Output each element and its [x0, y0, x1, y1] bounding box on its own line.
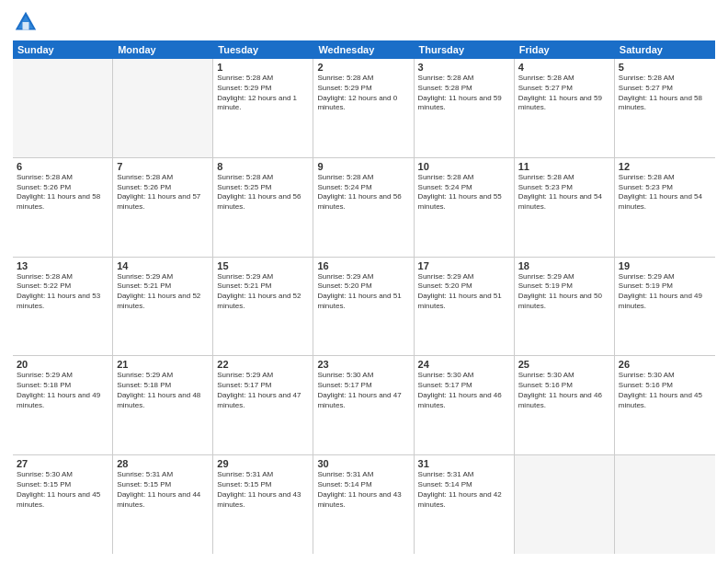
cell-info: Sunrise: 5:29 AMSunset: 5:20 PMDaylight:… [418, 272, 510, 312]
empty-cell [13, 59, 113, 157]
day-cell-21: 21Sunrise: 5:29 AMSunset: 5:18 PMDayligh… [113, 356, 213, 454]
cell-info: Sunrise: 5:31 AMSunset: 5:14 PMDaylight:… [418, 470, 510, 510]
day-cell-24: 24Sunrise: 5:30 AMSunset: 5:17 PMDayligh… [415, 356, 515, 454]
day-number: 23 [317, 359, 409, 370]
cell-info: Sunrise: 5:29 AMSunset: 5:19 PMDaylight:… [619, 272, 711, 312]
day-number: 2 [317, 62, 409, 73]
day-number: 30 [317, 458, 409, 469]
cell-info: Sunrise: 5:30 AMSunset: 5:17 PMDaylight:… [317, 371, 409, 410]
day-cell-11: 11Sunrise: 5:28 AMSunset: 5:23 PMDayligh… [515, 158, 615, 257]
day-number: 13 [17, 260, 108, 271]
day-header-wednesday: Wednesday [313, 40, 414, 59]
day-header-thursday: Thursday [415, 40, 515, 59]
day-cell-20: 20Sunrise: 5:29 AMSunset: 5:18 PMDayligh… [13, 356, 113, 454]
cell-info: Sunrise: 5:30 AMSunset: 5:16 PMDaylight:… [619, 371, 711, 410]
cell-info: Sunrise: 5:28 AMSunset: 5:27 PMDaylight:… [518, 74, 610, 113]
day-header-friday: Friday [515, 40, 615, 59]
day-cell-7: 7Sunrise: 5:28 AMSunset: 5:26 PMDaylight… [113, 158, 213, 257]
cell-info: Sunrise: 5:29 AMSunset: 5:21 PMDaylight:… [217, 272, 309, 312]
day-number: 5 [619, 62, 711, 73]
day-number: 22 [217, 359, 309, 370]
logo-icon [13, 9, 39, 35]
day-cell-15: 15Sunrise: 5:29 AMSunset: 5:21 PMDayligh… [213, 258, 313, 356]
day-cell-13: 13Sunrise: 5:28 AMSunset: 5:22 PMDayligh… [13, 258, 113, 356]
day-number: 10 [418, 161, 510, 172]
day-cell-16: 16Sunrise: 5:29 AMSunset: 5:20 PMDayligh… [313, 258, 414, 356]
cell-info: Sunrise: 5:28 AMSunset: 5:28 PMDaylight:… [418, 74, 510, 113]
cell-info: Sunrise: 5:28 AMSunset: 5:26 PMDaylight:… [117, 173, 209, 213]
cell-info: Sunrise: 5:28 AMSunset: 5:29 PMDaylight:… [217, 74, 309, 113]
page: SundayMondayTuesdayWednesdayThursdayFrid… [0, 0, 728, 563]
day-number: 27 [17, 458, 108, 469]
day-cell-31: 31Sunrise: 5:31 AMSunset: 5:14 PMDayligh… [415, 455, 515, 554]
day-cell-5: 5Sunrise: 5:28 AMSunset: 5:27 PMDaylight… [615, 59, 715, 157]
day-cell-6: 6Sunrise: 5:28 AMSunset: 5:26 PMDaylight… [13, 158, 113, 257]
day-cell-18: 18Sunrise: 5:29 AMSunset: 5:19 PMDayligh… [515, 258, 615, 356]
cell-info: Sunrise: 5:31 AMSunset: 5:14 PMDaylight:… [317, 470, 409, 510]
day-cell-12: 12Sunrise: 5:28 AMSunset: 5:23 PMDayligh… [615, 158, 715, 257]
day-number: 3 [418, 62, 510, 73]
day-header-tuesday: Tuesday [213, 40, 313, 59]
day-number: 1 [217, 62, 309, 73]
logo [13, 9, 42, 35]
day-cell-22: 22Sunrise: 5:29 AMSunset: 5:17 PMDayligh… [213, 356, 313, 454]
empty-cell [113, 59, 213, 157]
day-number: 29 [217, 458, 309, 469]
day-cell-14: 14Sunrise: 5:29 AMSunset: 5:21 PMDayligh… [113, 258, 213, 356]
day-cell-30: 30Sunrise: 5:31 AMSunset: 5:14 PMDayligh… [313, 455, 414, 554]
week-row-4: 20Sunrise: 5:29 AMSunset: 5:18 PMDayligh… [13, 356, 715, 455]
cell-info: Sunrise: 5:29 AMSunset: 5:21 PMDaylight:… [117, 272, 209, 312]
cell-info: Sunrise: 5:29 AMSunset: 5:18 PMDaylight:… [17, 371, 108, 410]
week-row-1: 1Sunrise: 5:28 AMSunset: 5:29 PMDaylight… [13, 59, 715, 158]
day-cell-3: 3Sunrise: 5:28 AMSunset: 5:28 PMDaylight… [415, 59, 515, 157]
day-number: 14 [117, 260, 209, 271]
cell-info: Sunrise: 5:28 AMSunset: 5:29 PMDaylight:… [317, 74, 409, 113]
day-number: 25 [518, 359, 610, 370]
day-number: 15 [217, 260, 309, 271]
day-number: 26 [619, 359, 711, 370]
day-number: 9 [317, 161, 409, 172]
day-header-sunday: Sunday [13, 40, 113, 59]
day-cell-4: 4Sunrise: 5:28 AMSunset: 5:27 PMDaylight… [515, 59, 615, 157]
day-cell-29: 29Sunrise: 5:31 AMSunset: 5:15 PMDayligh… [213, 455, 313, 554]
calendar-body: 1Sunrise: 5:28 AMSunset: 5:29 PMDaylight… [13, 59, 715, 554]
day-number: 18 [518, 260, 610, 271]
day-cell-27: 27Sunrise: 5:30 AMSunset: 5:15 PMDayligh… [13, 455, 113, 554]
calendar: SundayMondayTuesdayWednesdayThursdayFrid… [13, 40, 715, 554]
day-number: 17 [418, 260, 510, 271]
day-header-saturday: Saturday [615, 40, 715, 59]
empty-cell [615, 455, 715, 554]
day-number: 7 [117, 161, 209, 172]
day-cell-25: 25Sunrise: 5:30 AMSunset: 5:16 PMDayligh… [515, 356, 615, 454]
day-cell-28: 28Sunrise: 5:31 AMSunset: 5:15 PMDayligh… [113, 455, 213, 554]
day-number: 8 [217, 161, 309, 172]
cell-info: Sunrise: 5:28 AMSunset: 5:27 PMDaylight:… [619, 74, 711, 113]
day-cell-26: 26Sunrise: 5:30 AMSunset: 5:16 PMDayligh… [615, 356, 715, 454]
cell-info: Sunrise: 5:29 AMSunset: 5:18 PMDaylight:… [117, 371, 209, 410]
day-number: 16 [317, 260, 409, 271]
cell-info: Sunrise: 5:28 AMSunset: 5:24 PMDaylight:… [317, 173, 409, 213]
day-header-monday: Monday [113, 40, 213, 59]
day-number: 6 [17, 161, 108, 172]
svg-rect-2 [23, 22, 29, 29]
cell-info: Sunrise: 5:30 AMSunset: 5:16 PMDaylight:… [518, 371, 610, 410]
cell-info: Sunrise: 5:28 AMSunset: 5:25 PMDaylight:… [217, 173, 309, 213]
day-number: 31 [418, 458, 510, 469]
header [13, 9, 715, 35]
day-cell-17: 17Sunrise: 5:29 AMSunset: 5:20 PMDayligh… [415, 258, 515, 356]
cell-info: Sunrise: 5:28 AMSunset: 5:23 PMDaylight:… [619, 173, 711, 213]
cell-info: Sunrise: 5:28 AMSunset: 5:22 PMDaylight:… [17, 272, 108, 312]
cell-info: Sunrise: 5:31 AMSunset: 5:15 PMDaylight:… [117, 470, 209, 510]
cell-info: Sunrise: 5:31 AMSunset: 5:15 PMDaylight:… [217, 470, 309, 510]
cell-info: Sunrise: 5:28 AMSunset: 5:23 PMDaylight:… [518, 173, 610, 213]
day-cell-10: 10Sunrise: 5:28 AMSunset: 5:24 PMDayligh… [415, 158, 515, 257]
week-row-2: 6Sunrise: 5:28 AMSunset: 5:26 PMDaylight… [13, 158, 715, 258]
cell-info: Sunrise: 5:29 AMSunset: 5:20 PMDaylight:… [317, 272, 409, 312]
day-cell-1: 1Sunrise: 5:28 AMSunset: 5:29 PMDaylight… [213, 59, 313, 157]
calendar-header: SundayMondayTuesdayWednesdayThursdayFrid… [13, 40, 715, 59]
cell-info: Sunrise: 5:29 AMSunset: 5:19 PMDaylight:… [518, 272, 610, 312]
day-cell-23: 23Sunrise: 5:30 AMSunset: 5:17 PMDayligh… [313, 356, 414, 454]
cell-info: Sunrise: 5:28 AMSunset: 5:26 PMDaylight:… [17, 173, 108, 213]
day-number: 28 [117, 458, 209, 469]
day-cell-19: 19Sunrise: 5:29 AMSunset: 5:19 PMDayligh… [615, 258, 715, 356]
